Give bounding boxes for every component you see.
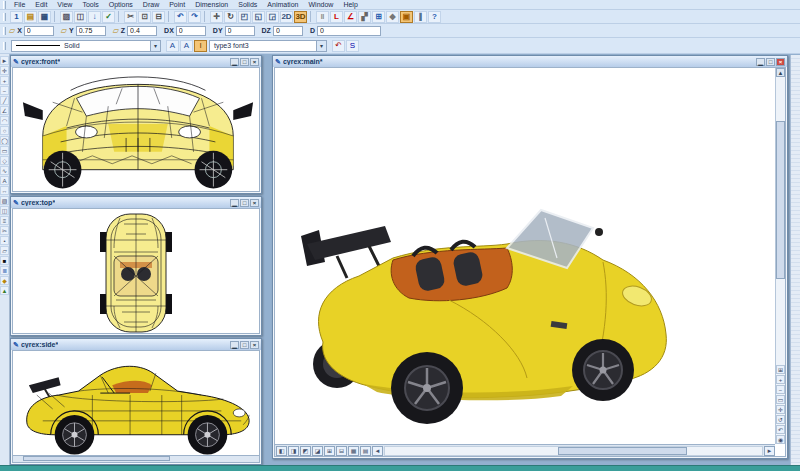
font-smaller-button[interactable]: A — [180, 40, 193, 52]
material-icon[interactable]: ◆ — [386, 11, 399, 23]
menu-file[interactable]: File — [9, 0, 30, 10]
pan-view-icon[interactable]: ✛ — [776, 405, 785, 414]
chevron-down-icon[interactable]: ▾ — [316, 41, 326, 51]
toolbar-grip[interactable] — [3, 13, 6, 21]
toolbar-grip[interactable] — [3, 1, 6, 9]
view-config-button-8[interactable]: ▤ — [360, 446, 371, 456]
offset-icon[interactable]: ≡ — [0, 216, 9, 225]
layer-icon[interactable]: ≣ — [0, 266, 9, 275]
coord-dx-input[interactable] — [176, 26, 206, 36]
scrollbar-track[interactable] — [384, 446, 763, 456]
arc-icon[interactable]: ◠ — [0, 116, 9, 125]
coord-d-input[interactable] — [317, 26, 381, 36]
side-horizontal-scrollbar[interactable] — [13, 455, 259, 462]
view-config-button-7[interactable]: ▦ — [348, 446, 359, 456]
color-swatch[interactable]: ■ — [0, 256, 9, 265]
top-view-canvas[interactable] — [12, 208, 260, 334]
window-titlebar[interactable]: ✎ cyrex:main* ▁□× — [273, 56, 787, 67]
polygon-icon[interactable]: ◇ — [0, 156, 9, 165]
coord-dz-input[interactable] — [273, 26, 303, 36]
window-titlebar[interactable]: ✎ cyrex:front* ▁□× — [11, 56, 261, 67]
scroll-up-arrow[interactable]: ▲ — [776, 68, 785, 77]
select-icon[interactable]: ► — [0, 56, 9, 65]
line-tool-icon[interactable]: L — [330, 11, 343, 23]
font-style-select[interactable]: type3 font3 ▾ — [209, 40, 327, 52]
main-horizontal-scrollbar[interactable]: ◧◨◩◪⊞⊟▦▤ ◄ ► — [275, 444, 775, 456]
maximize-button[interactable]: □ — [766, 58, 775, 66]
grid-icon[interactable]: ⊞ — [372, 11, 385, 23]
view-config-button-2[interactable]: ◨ — [288, 446, 299, 456]
move-icon[interactable]: ✛ — [210, 11, 223, 23]
view-window-icon[interactable]: ◰ — [238, 11, 251, 23]
spline-icon[interactable]: ∿ — [0, 166, 9, 175]
mode-3d-button[interactable]: 3D — [294, 11, 307, 23]
style-undo-button[interactable]: ↶ — [332, 40, 345, 52]
camera-icon[interactable]: ◉ — [776, 435, 785, 444]
line-icon[interactable]: ╱ — [0, 96, 9, 105]
rotate-icon[interactable]: ↻ — [224, 11, 237, 23]
style-s-button[interactable]: S — [346, 40, 359, 52]
front-view-canvas[interactable] — [12, 67, 260, 192]
menu-edit[interactable]: Edit — [30, 0, 52, 10]
toolbar-grip[interactable] — [3, 42, 6, 50]
hatch-icon[interactable]: ▨ — [0, 196, 9, 205]
orbit-icon[interactable]: ↺ — [776, 415, 785, 424]
tile-icon[interactable]: ◲ — [266, 11, 279, 23]
menu-solids[interactable]: Solids — [233, 0, 262, 10]
menu-help[interactable]: Help — [338, 0, 362, 10]
scroll-right-arrow[interactable]: ► — [764, 446, 775, 456]
scrollbar-thumb[interactable] — [23, 456, 171, 461]
minimize-button[interactable]: ▁ — [756, 58, 765, 66]
scrollbar-thumb[interactable] — [558, 447, 686, 455]
close-button[interactable]: × — [776, 58, 785, 66]
menu-tools[interactable]: Tools — [77, 0, 103, 10]
cut-icon[interactable]: ✂ — [124, 11, 137, 23]
open-icon[interactable]: ▤ — [24, 11, 37, 23]
coord-x-input[interactable] — [24, 26, 54, 36]
menu-view[interactable]: View — [52, 0, 77, 10]
angle-tool-icon[interactable]: ∠ — [344, 11, 357, 23]
ellipse-icon[interactable]: ◯ — [0, 136, 9, 145]
zoom-in-icon[interactable]: + — [776, 375, 785, 384]
point-icon[interactable]: • — [0, 236, 9, 245]
circle-icon[interactable]: ○ — [0, 126, 9, 135]
menu-dimension[interactable]: Dimension — [190, 0, 233, 10]
mirror-icon[interactable]: ◫ — [0, 206, 9, 215]
toolbar-grip[interactable] — [3, 27, 6, 35]
copy-icon[interactable]: ⊡ — [138, 11, 151, 23]
maximize-button[interactable]: □ — [240, 199, 249, 207]
zoom-out-icon[interactable]: − — [0, 86, 9, 95]
menu-draw[interactable]: Draw — [138, 0, 164, 10]
text-color-button[interactable]: I — [194, 40, 207, 52]
menu-point[interactable]: Point — [164, 0, 190, 10]
paste-icon[interactable]: ⊟ — [152, 11, 165, 23]
zoom-window-icon[interactable]: ▭ — [776, 395, 785, 404]
zoom-out-icon[interactable]: − — [776, 385, 785, 394]
maximize-button[interactable]: □ — [240, 58, 249, 66]
minimize-button[interactable]: ▁ — [230, 58, 239, 66]
context-help-icon[interactable]: ? — [428, 11, 441, 23]
minimize-button[interactable]: ▁ — [230, 341, 239, 349]
maximize-button[interactable]: □ — [240, 341, 249, 349]
view-config-button-3[interactable]: ◩ — [300, 446, 311, 456]
menu-options[interactable]: Options — [104, 0, 138, 10]
window-titlebar[interactable]: ✎ cyrex:top* ▁□× — [11, 197, 261, 208]
dimension-icon[interactable]: ↔ — [0, 186, 9, 195]
mode-2d-button[interactable]: 2D — [280, 11, 293, 23]
print-icon[interactable]: ▨ — [60, 11, 73, 23]
font-larger-button[interactable]: A — [166, 40, 179, 52]
menu-animation[interactable]: Animation — [262, 0, 303, 10]
print-preview-icon[interactable]: ◫ — [74, 11, 87, 23]
render-view-icon[interactable]: ▲ — [0, 286, 9, 295]
coord-z-input[interactable] — [127, 26, 157, 36]
check-icon[interactable]: ✓ — [102, 11, 115, 23]
scrollbar-thumb[interactable] — [776, 121, 785, 279]
info-icon[interactable]: ∥ — [414, 11, 427, 23]
new-icon[interactable]: 1 — [10, 11, 23, 23]
previous-view-icon[interactable]: ↶ — [776, 425, 785, 434]
undo-icon[interactable]: ↶ — [174, 11, 187, 23]
view-config-button-4[interactable]: ◪ — [312, 446, 323, 456]
cascade-icon[interactable]: ◱ — [252, 11, 265, 23]
window-titlebar[interactable]: ✎ cyrex:side* ▁□× — [11, 339, 261, 350]
scroll-left-arrow[interactable]: ◄ — [372, 446, 383, 456]
